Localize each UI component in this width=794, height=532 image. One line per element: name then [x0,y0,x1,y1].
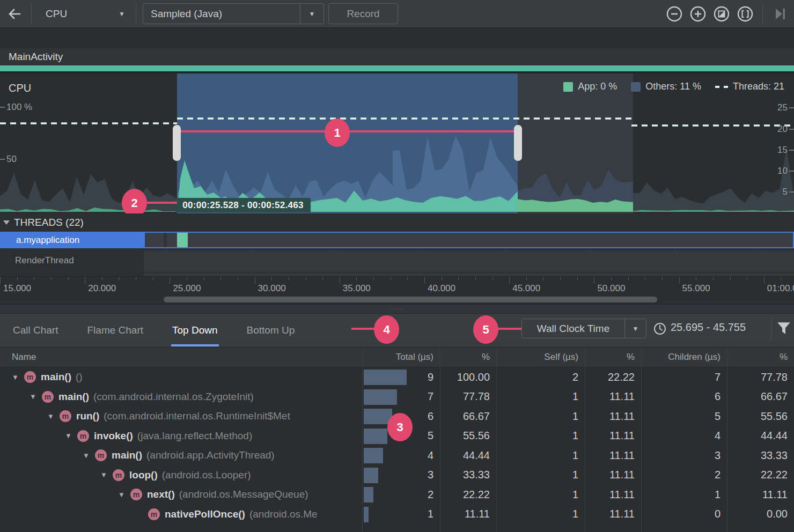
total-value: 4 [362,449,440,462]
back-button[interactable] [0,6,29,22]
method-name: loop() [129,469,158,481]
expand-icon[interactable]: ▼ [83,452,90,460]
column-header[interactable]: Name [0,352,362,363]
session-type-select[interactable]: CPU ▼ [34,3,134,25]
back-arrow-icon [6,6,23,22]
expand-icon[interactable]: ▼ [12,373,19,381]
children-pct: 11.11 [727,489,794,501]
method-package: (android.os.MessageQueue) [179,489,308,500]
scrollbar-thumb[interactable] [164,297,657,302]
self-pct: 11.11 [585,390,641,403]
zoom-in-icon[interactable] [689,5,707,23]
expand-icon[interactable]: ▼ [47,412,55,420]
reset-zoom-icon[interactable] [713,5,730,23]
method-package: (android.os.Looper) [162,469,251,481]
table-row[interactable]: ▼ m main() (android.app.ActivityThread) … [0,446,794,466]
threads-panel: THREADS (22) a.myapplication RenderThrea… [0,213,794,276]
column-header[interactable]: % [440,352,496,363]
table-row[interactable]: ▼ m next() (android.os.MessageQueue) 2 2… [0,485,794,505]
cpu-usage-chart[interactable]: CPU 100 %50 252015105 App: 0 %Others: 11… [0,73,794,213]
total-value: 2 [362,489,440,501]
table-row[interactable]: ▼ m main() () 9 100.00 2 22.22 7 77.78 [0,367,794,387]
children-value: 5 [641,410,727,423]
legend-swatch-icon [631,82,641,92]
sessions-strip [0,28,794,48]
session-item[interactable]: MainActivity [0,48,794,65]
tab-flame-chart[interactable]: Flame Chart [86,315,144,346]
time-axis-label: 30.000 [258,283,286,294]
total-value: 3 [362,469,440,481]
callout-4-line [351,328,375,330]
legend-item: Others: 11 % [631,81,701,92]
method-name: main() [58,391,89,403]
column-header[interactable]: Self (µs) [496,352,585,363]
threads-header[interactable]: THREADS (22) [0,213,84,232]
clock-mode-label: Wall Clock Time [522,323,624,335]
self-value: 1 [496,449,585,462]
y-axis-label: 15 [777,145,788,156]
thread-row-selected[interactable]: a.myapplication [0,232,794,248]
children-pct: 77.78 [727,371,794,383]
method-package: () [76,371,83,383]
tab-call-chart[interactable]: Call Chart [12,315,59,346]
tab-bottom-up[interactable]: Bottom Up [246,315,296,346]
table-header: NameTotal (µs)%Self (µs)%Children (µs)% [0,348,794,367]
time-axis-label: 40.000 [428,283,455,294]
method-name: nativePollOnce() [165,508,245,520]
method-package: (android.os.Me [249,508,318,520]
expand-icon[interactable]: ▼ [100,471,108,479]
legend-label: App: 0 % [578,81,617,92]
self-value: 1 [496,430,585,442]
method-badge-icon: m [77,430,89,442]
table-row[interactable]: ▼ m loop() (android.os.Looper) 3 33.33 1… [0,466,794,485]
selection-handle-left[interactable] [173,125,181,161]
legend-label: Threads: 21 [733,81,784,92]
table-row[interactable]: ▼ m main() (com.android.internal.os.Zygo… [0,387,794,407]
self-pct: 22.22 [585,371,641,383]
time-axis-label: 15.000 [3,283,31,294]
chart-legend: App: 0 %Others: 11 %Threads: 21 [563,81,784,92]
selected-range-text: 25.695 - 45.755 [671,321,746,334]
panel-splitter[interactable]: ······ [0,304,794,314]
zoom-out-icon[interactable] [666,5,683,23]
collapse-triangle-icon [3,220,10,225]
callout-4: 4 [374,315,399,344]
toolbar-separator [136,4,136,24]
y-axis-label: 50 [6,154,17,165]
expand-icon[interactable]: ▼ [30,393,37,401]
total-pct: 44.44 [440,449,496,462]
method-name: run() [76,410,99,422]
column-header[interactable]: % [727,352,794,363]
expand-icon[interactable]: ▼ [118,491,126,499]
recording-config-select[interactable]: Sampled (Java) ▼ [143,3,324,24]
cpu-profiler-window: CPU ▼ Sampled (Java) ▼ Record [0,0,794,532]
legend-dash-icon [715,86,728,88]
top-down-table: NameTotal (µs)%Self (µs)%Children (µs)% … [0,348,794,532]
self-pct: 11.11 [585,508,641,520]
column-header[interactable]: Children (µs) [641,352,727,363]
children-value: 2 [641,469,727,481]
column-header[interactable]: % [585,352,641,363]
horizontal-scrollbar[interactable] [0,295,794,304]
y-axis-label: 20 [777,124,788,135]
zoom-to-selection-icon[interactable] [737,5,754,23]
clock-icon [653,322,666,335]
expand-icon[interactable]: ▼ [65,432,72,440]
method-name: main() [112,449,142,461]
table-row[interactable]: m nativePollOnce() (android.os.Me 1 11.1… [0,505,794,524]
children-pct: 33.33 [727,449,794,462]
method-badge-icon: m [130,489,142,500]
filter-icon[interactable] [777,322,791,335]
thread-row[interactable]: RenderThread [0,250,794,272]
clock-mode-select[interactable]: Wall Clock Time ▼ [521,319,646,338]
analysis-toolbar: Call ChartFlame ChartTop DownBottom Up 4… [0,314,794,348]
method-name: invoke() [94,430,133,442]
session-accent-bar [0,65,794,71]
column-header[interactable]: Total (µs) [362,352,440,363]
self-value: 1 [496,390,585,403]
record-button[interactable]: Record [328,3,398,24]
tab-top-down[interactable]: Top Down [171,315,219,346]
thread-running-state [177,233,188,247]
selection-handle-right[interactable] [514,125,522,161]
attach-live-icon[interactable] [771,5,789,23]
